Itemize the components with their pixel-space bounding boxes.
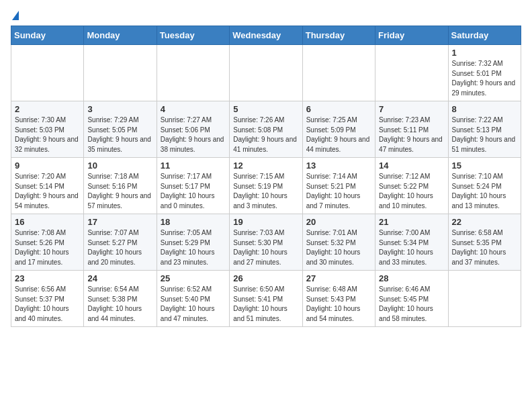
calendar-cell: 10Sunrise: 7:18 AM Sunset: 5:16 PM Dayli… (84, 158, 157, 214)
calendar-cell: 5Sunrise: 7:26 AM Sunset: 5:08 PM Daylig… (230, 101, 302, 158)
day-info: Sunrise: 7:00 AM Sunset: 5:34 PM Dayligh… (379, 228, 444, 267)
calendar-cell: 24Sunrise: 6:54 AM Sunset: 5:38 PM Dayli… (84, 271, 157, 327)
calendar-cell (448, 271, 521, 327)
calendar-cell: 16Sunrise: 7:08 AM Sunset: 5:26 PM Dayli… (11, 214, 84, 271)
day-info: Sunrise: 7:27 AM Sunset: 5:06 PM Dayligh… (161, 116, 226, 154)
day-number: 11 (161, 161, 226, 171)
day-info: Sunrise: 7:26 AM Sunset: 5:08 PM Dayligh… (233, 116, 298, 154)
weekday-header-thursday: Thursday (302, 26, 375, 45)
weekday-header-tuesday: Tuesday (157, 26, 229, 45)
day-number: 26 (233, 273, 298, 283)
calendar-body: 1Sunrise: 7:32 AM Sunset: 5:01 PM Daylig… (11, 45, 521, 327)
calendar-cell (230, 45, 302, 101)
calendar-cell: 17Sunrise: 7:07 AM Sunset: 5:27 PM Dayli… (84, 214, 157, 271)
day-info: Sunrise: 7:15 AM Sunset: 5:19 PM Dayligh… (233, 172, 298, 211)
day-info: Sunrise: 7:03 AM Sunset: 5:30 PM Dayligh… (233, 228, 298, 267)
logo-triangle-icon (12, 11, 19, 20)
calendar-cell: 25Sunrise: 6:52 AM Sunset: 5:40 PM Dayli… (157, 271, 229, 327)
calendar-cell: 12Sunrise: 7:15 AM Sunset: 5:19 PM Dayli… (230, 158, 302, 214)
calendar-cell: 20Sunrise: 7:01 AM Sunset: 5:32 PM Dayli… (302, 214, 375, 271)
calendar-cell: 11Sunrise: 7:17 AM Sunset: 5:17 PM Dayli… (157, 158, 229, 214)
weekday-header-wednesday: Wednesday (230, 26, 302, 45)
day-number: 28 (379, 273, 444, 283)
day-number: 4 (161, 104, 226, 114)
calendar-cell: 9Sunrise: 7:20 AM Sunset: 5:14 PM Daylig… (11, 158, 84, 214)
day-number: 13 (306, 161, 371, 171)
day-info: Sunrise: 7:01 AM Sunset: 5:32 PM Dayligh… (306, 228, 371, 267)
calendar-week-row: 1Sunrise: 7:32 AM Sunset: 5:01 PM Daylig… (11, 45, 521, 101)
calendar-cell: 1Sunrise: 7:32 AM Sunset: 5:01 PM Daylig… (448, 45, 521, 101)
day-info: Sunrise: 7:14 AM Sunset: 5:21 PM Dayligh… (306, 172, 371, 211)
weekday-header-saturday: Saturday (448, 26, 521, 45)
day-info: Sunrise: 7:12 AM Sunset: 5:22 PM Dayligh… (379, 172, 444, 211)
day-info: Sunrise: 7:20 AM Sunset: 5:14 PM Dayligh… (15, 172, 80, 211)
day-number: 27 (306, 273, 371, 283)
calendar-cell: 26Sunrise: 6:50 AM Sunset: 5:41 PM Dayli… (230, 271, 302, 327)
calendar-cell: 21Sunrise: 7:00 AM Sunset: 5:34 PM Dayli… (375, 214, 448, 271)
calendar-cell: 4Sunrise: 7:27 AM Sunset: 5:06 PM Daylig… (157, 101, 229, 158)
day-number: 21 (379, 217, 444, 227)
page-header (11, 11, 521, 20)
calendar-header-row: SundayMondayTuesdayWednesdayThursdayFrid… (11, 26, 521, 45)
calendar-cell: 22Sunrise: 6:58 AM Sunset: 5:35 PM Dayli… (448, 214, 521, 271)
weekday-header-friday: Friday (375, 26, 448, 45)
day-info: Sunrise: 7:17 AM Sunset: 5:17 PM Dayligh… (161, 172, 226, 211)
day-info: Sunrise: 7:30 AM Sunset: 5:03 PM Dayligh… (15, 116, 80, 154)
calendar-week-row: 2Sunrise: 7:30 AM Sunset: 5:03 PM Daylig… (11, 101, 521, 158)
calendar-cell (302, 45, 375, 101)
calendar-week-row: 23Sunrise: 6:56 AM Sunset: 5:37 PM Dayli… (11, 271, 521, 327)
weekday-header-sunday: Sunday (11, 26, 84, 45)
day-info: Sunrise: 7:08 AM Sunset: 5:26 PM Dayligh… (15, 228, 80, 267)
day-number: 18 (161, 217, 226, 227)
day-number: 16 (15, 217, 80, 227)
day-info: Sunrise: 7:22 AM Sunset: 5:13 PM Dayligh… (452, 116, 517, 154)
day-number: 5 (233, 104, 298, 114)
day-info: Sunrise: 6:50 AM Sunset: 5:41 PM Dayligh… (233, 285, 298, 324)
day-info: Sunrise: 7:10 AM Sunset: 5:24 PM Dayligh… (452, 172, 517, 211)
day-info: Sunrise: 7:23 AM Sunset: 5:11 PM Dayligh… (379, 116, 444, 154)
day-number: 3 (87, 104, 152, 114)
calendar-cell: 27Sunrise: 6:48 AM Sunset: 5:43 PM Dayli… (302, 271, 375, 327)
day-number: 15 (452, 161, 517, 171)
calendar-cell: 19Sunrise: 7:03 AM Sunset: 5:30 PM Dayli… (230, 214, 302, 271)
day-number: 2 (15, 104, 80, 114)
calendar-cell (84, 45, 157, 101)
calendar-cell: 23Sunrise: 6:56 AM Sunset: 5:37 PM Dayli… (11, 271, 84, 327)
day-number: 9 (15, 161, 80, 171)
day-info: Sunrise: 7:07 AM Sunset: 5:27 PM Dayligh… (87, 228, 152, 267)
calendar-cell: 6Sunrise: 7:25 AM Sunset: 5:09 PM Daylig… (302, 101, 375, 158)
day-info: Sunrise: 7:18 AM Sunset: 5:16 PM Dayligh… (87, 172, 152, 211)
day-number: 19 (233, 217, 298, 227)
day-info: Sunrise: 6:56 AM Sunset: 5:37 PM Dayligh… (15, 285, 80, 324)
day-info: Sunrise: 6:52 AM Sunset: 5:40 PM Dayligh… (161, 285, 226, 324)
day-info: Sunrise: 6:46 AM Sunset: 5:45 PM Dayligh… (379, 285, 444, 324)
day-number: 14 (379, 161, 444, 171)
day-number: 8 (452, 104, 517, 114)
day-info: Sunrise: 7:25 AM Sunset: 5:09 PM Dayligh… (306, 116, 371, 154)
day-number: 17 (87, 217, 152, 227)
calendar-cell (11, 45, 84, 101)
day-number: 1 (452, 48, 517, 58)
calendar-cell: 15Sunrise: 7:10 AM Sunset: 5:24 PM Dayli… (448, 158, 521, 214)
calendar-cell: 8Sunrise: 7:22 AM Sunset: 5:13 PM Daylig… (448, 101, 521, 158)
day-info: Sunrise: 7:32 AM Sunset: 5:01 PM Dayligh… (452, 59, 517, 98)
weekday-header-monday: Monday (84, 26, 157, 45)
calendar-cell (375, 45, 448, 101)
calendar-cell (157, 45, 229, 101)
logo (11, 11, 19, 20)
calendar-cell: 2Sunrise: 7:30 AM Sunset: 5:03 PM Daylig… (11, 101, 84, 158)
day-info: Sunrise: 6:58 AM Sunset: 5:35 PM Dayligh… (452, 228, 517, 267)
day-number: 20 (306, 217, 371, 227)
calendar-cell: 13Sunrise: 7:14 AM Sunset: 5:21 PM Dayli… (302, 158, 375, 214)
day-number: 23 (15, 273, 80, 283)
calendar-cell: 3Sunrise: 7:29 AM Sunset: 5:05 PM Daylig… (84, 101, 157, 158)
day-info: Sunrise: 6:48 AM Sunset: 5:43 PM Dayligh… (306, 285, 371, 324)
day-number: 6 (306, 104, 371, 114)
day-number: 7 (379, 104, 444, 114)
calendar-table: SundayMondayTuesdayWednesdayThursdayFrid… (11, 26, 521, 327)
day-info: Sunrise: 6:54 AM Sunset: 5:38 PM Dayligh… (87, 285, 152, 324)
calendar-cell: 7Sunrise: 7:23 AM Sunset: 5:11 PM Daylig… (375, 101, 448, 158)
day-info: Sunrise: 7:05 AM Sunset: 5:29 PM Dayligh… (161, 228, 226, 267)
calendar-week-row: 9Sunrise: 7:20 AM Sunset: 5:14 PM Daylig… (11, 158, 521, 214)
calendar-week-row: 16Sunrise: 7:08 AM Sunset: 5:26 PM Dayli… (11, 214, 521, 271)
